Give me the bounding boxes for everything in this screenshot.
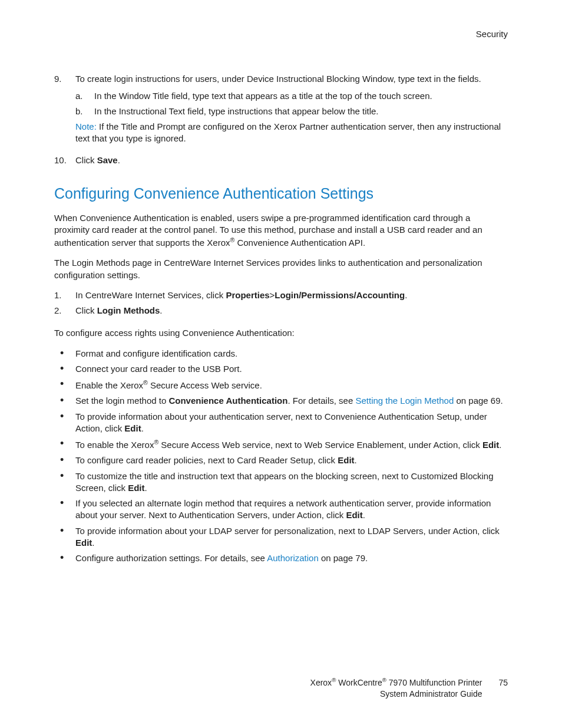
b7-bold: Edit <box>338 455 354 465</box>
step-body: In CentreWare Internet Services, click P… <box>75 289 407 301</box>
intro-paragraph-2: The Login Methods page in CentreWare Int… <box>54 257 508 281</box>
note-block: Note: If the Title and Prompt are config… <box>75 121 508 145</box>
list-item-9: 9. To create login instructions for user… <box>54 73 508 150</box>
b7-dot: . <box>355 455 357 465</box>
bullet-item: To customize the title and instruction t… <box>54 470 508 495</box>
b4-b: . For details, see <box>287 396 355 406</box>
step-1: 1. In CentreWare Internet Services, clic… <box>54 289 508 301</box>
note-label: Note: <box>75 121 97 131</box>
step1-bold: Properties <box>226 290 269 300</box>
b11-a: Configure authorization settings. For de… <box>75 553 267 563</box>
b6-dot: . <box>499 440 501 450</box>
bullet-item: To provide information about your authen… <box>54 411 508 435</box>
b5-bold: Edit <box>124 423 141 433</box>
b9-a: If you selected an alternate login metho… <box>75 498 491 520</box>
steps-list: 1. In CentreWare Internet Services, clic… <box>54 289 508 317</box>
page-number: 75 <box>498 677 508 689</box>
sub-letter: b. <box>75 106 94 117</box>
b4-c: on page 69. <box>454 396 503 406</box>
step-number: 2. <box>54 305 75 317</box>
footer-line-2: System Administrator Guide 75 <box>54 689 508 700</box>
item-body: Click Save. <box>75 154 120 166</box>
sub-letter: a. <box>75 90 94 102</box>
list-item-10: 10. Click Save. <box>54 154 508 166</box>
reg-mark: ® <box>143 379 148 386</box>
reg-mark: ® <box>382 677 386 683</box>
b6-bold: Edit <box>482 440 499 450</box>
footer-guide: System Administrator Guide <box>380 689 482 699</box>
b3-b: Secure Access Web service. <box>148 380 262 390</box>
item-number: 10. <box>54 154 75 166</box>
header-section-label: Security <box>54 28 508 40</box>
footer-line-1: Xerox® WorkCentre® 7970 Multifunction Pr… <box>54 676 508 689</box>
step-body: Click Login Methods. <box>75 305 163 317</box>
bullet-item: To provide information about your LDAP s… <box>54 525 508 549</box>
step1-dot: . <box>405 290 407 300</box>
step1-bold2: Login/Permissions/Accounting <box>275 290 405 300</box>
b10-bold: Edit <box>75 538 92 548</box>
bullet-item: To configure card reader policies, next … <box>54 454 508 466</box>
sub-item-a: a. In the Window Title field, type text … <box>75 90 508 102</box>
link-authorization[interactable]: Authorization <box>267 553 319 563</box>
text-post: . <box>118 155 120 165</box>
b9-dot: . <box>363 510 365 520</box>
b7-a: To configure card reader policies, next … <box>75 455 338 465</box>
intro1-b: Convenience Authentication API. <box>234 238 365 248</box>
b9-bold: Edit <box>346 510 362 520</box>
sub-text: In the Window Title field, type text tha… <box>94 90 432 102</box>
numbered-list-continued: 9. To create login instructions for user… <box>54 73 508 166</box>
b11-b: on page 79. <box>319 553 368 563</box>
para-3: To configure access rights using Conveni… <box>54 327 508 339</box>
b8-dot: . <box>145 483 147 493</box>
sub-list: a. In the Window Title field, type text … <box>75 90 508 118</box>
item-number: 9. <box>54 73 75 150</box>
sub-text: In the Instructional Text field, type in… <box>94 106 379 117</box>
text-pre: Click <box>75 155 97 165</box>
bullet-item: Connect your card reader to the USB Port… <box>54 363 508 375</box>
step2-bold: Login Methods <box>97 305 160 315</box>
step-number: 1. <box>54 289 75 301</box>
footer-workcentre: WorkCentre <box>336 678 382 687</box>
bullet-item: To enable the Xerox® Secure Access Web s… <box>54 438 508 451</box>
b3-a: Enable the Xerox <box>75 380 143 390</box>
footer-xerox: Xerox <box>310 678 332 687</box>
footer-model: 7970 Multifunction Printer <box>386 678 482 687</box>
item-body: To create login instructions for users, … <box>75 73 508 150</box>
b10-dot: . <box>92 538 94 548</box>
b8-bold: Edit <box>128 483 144 493</box>
step2-a: Click <box>75 305 97 315</box>
item-text: To create login instructions for users, … <box>75 74 481 84</box>
intro-paragraph-1: When Convenience Authentication is enabl… <box>54 212 508 249</box>
b10-a: To provide information about your LDAP s… <box>75 526 500 536</box>
bullet-item: Configure authorization settings. For de… <box>54 552 508 564</box>
step1-a: In CentreWare Internet Services, click <box>75 290 226 300</box>
step2-dot: . <box>160 305 162 315</box>
link-setting-login-method[interactable]: Setting the Login Method <box>355 396 454 406</box>
sub-item-b: b. In the Instructional Text field, type… <box>75 106 508 117</box>
page-footer: Xerox® WorkCentre® 7970 Multifunction Pr… <box>54 676 508 699</box>
bullet-item: Set the login method to Convenience Auth… <box>54 395 508 407</box>
b6-b: Secure Access Web service, next to Web S… <box>158 440 482 450</box>
step-2: 2. Click Login Methods. <box>54 305 508 317</box>
b4-bold: Convenience Authentication <box>168 396 287 406</box>
bullet-item: If you selected an alternate login metho… <box>54 498 508 522</box>
bullet-item: Format and configure identification card… <box>54 348 508 360</box>
bullet-item: Enable the Xerox® Secure Access Web serv… <box>54 378 508 391</box>
b4-a: Set the login method to <box>75 396 168 406</box>
bullet-list: Format and configure identification card… <box>54 348 508 565</box>
section-heading: Configuring Convenience Authentication S… <box>54 184 508 204</box>
note-text: If the Title and Prompt are configured o… <box>75 121 501 143</box>
b6-a: To enable the Xerox <box>75 440 154 450</box>
text-bold: Save <box>97 155 118 165</box>
b5-dot: . <box>141 423 144 433</box>
